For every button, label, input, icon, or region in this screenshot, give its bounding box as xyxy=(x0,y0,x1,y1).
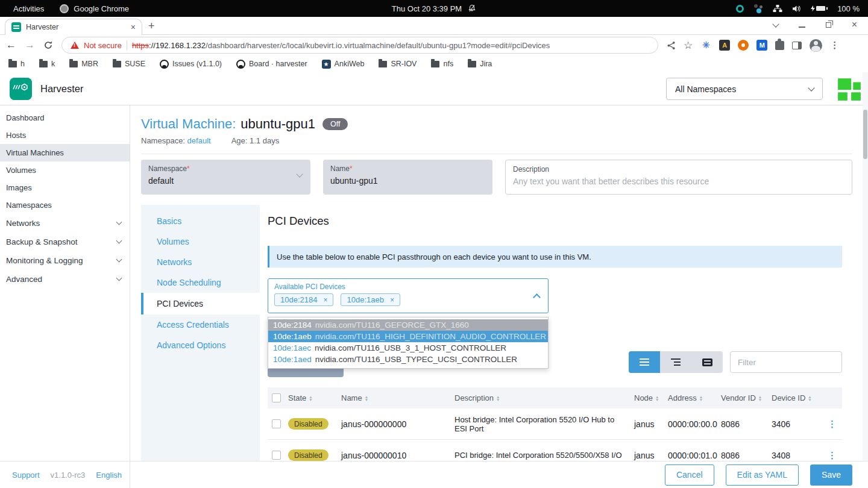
tab-basics[interactable]: Basics xyxy=(141,211,260,231)
language-link[interactable]: English xyxy=(96,471,122,480)
combobox-control[interactable]: Available PCI Devices 10de:2184× 10de:1a… xyxy=(268,278,549,313)
col-name[interactable]: Name▲▼ xyxy=(341,393,368,402)
view-list-button[interactable] xyxy=(629,351,660,373)
bookmark-folder-k[interactable]: k xyxy=(39,60,55,68)
bookmark-board[interactable]: Board · harvester xyxy=(236,60,307,69)
namespace-field[interactable]: Namespace* default xyxy=(141,160,310,195)
tab-advanced-options[interactable]: Advanced Options xyxy=(141,335,260,355)
sidebar-group-monitoring-logging[interactable]: Monitoring & Logging xyxy=(0,251,130,270)
sidebar-group-networks[interactable]: Networks xyxy=(0,214,130,233)
tray-color-icon[interactable] xyxy=(753,4,763,13)
harvester-logo[interactable] xyxy=(10,78,32,100)
row-actions-icon[interactable]: ⋮ xyxy=(828,450,837,461)
back-icon[interactable]: ← xyxy=(6,39,16,51)
url-text[interactable]: https://192.168.1.232/dashboard/harveste… xyxy=(132,41,550,50)
profile-avatar[interactable] xyxy=(810,39,822,52)
volume-icon[interactable] xyxy=(792,5,801,13)
row-actions-icon[interactable]: ⋮ xyxy=(828,419,837,430)
tab-volumes[interactable]: Volumes xyxy=(141,231,260,252)
selected-chip[interactable]: 10de:2184× xyxy=(274,293,333,306)
network-icon[interactable] xyxy=(773,4,782,13)
address-bar[interactable]: Not secure https://192.168.1.232/dashboa… xyxy=(61,37,658,54)
bookmark-folder-sriov[interactable]: SR-IOV xyxy=(379,60,417,68)
row-checkbox[interactable] xyxy=(272,451,281,460)
share-icon[interactable] xyxy=(667,41,676,50)
pci-option[interactable]: 10de:2184nvidia.com/TU116_GEFORCE_GTX_16… xyxy=(268,319,548,331)
description-field[interactable]: Description Any text you want that bette… xyxy=(505,160,852,195)
sidebar-item-images[interactable]: Images xyxy=(0,179,130,196)
extensions-puzzle-icon[interactable] xyxy=(775,41,784,50)
scrollbar-thumb[interactable] xyxy=(863,110,867,159)
extension-anki-icon[interactable]: A xyxy=(719,40,730,51)
tab-search-icon[interactable] xyxy=(772,20,779,27)
scrollbar-track[interactable] xyxy=(863,72,868,488)
cancel-button[interactable]: Cancel xyxy=(665,465,714,486)
col-state[interactable]: State▲▼ xyxy=(288,393,313,402)
extension-orange-icon[interactable] xyxy=(738,40,749,51)
name-field[interactable]: Name* ubuntu-gpu1 xyxy=(323,160,492,195)
pci-option[interactable]: 10de:1aebnvidia.com/TU116_HIGH_DEFINITIO… xyxy=(268,331,548,342)
select-all-checkbox[interactable] xyxy=(272,393,281,402)
sidebar-item-namespaces[interactable]: Namespaces xyxy=(0,196,130,214)
window-minimize-icon[interactable] xyxy=(799,27,805,28)
rancher-green-logo[interactable] xyxy=(837,77,862,102)
bookmark-folder-mbr[interactable]: MBR xyxy=(69,60,98,68)
extension-asterisk-icon[interactable]: ✳ xyxy=(700,40,711,51)
sidebar-item-volumes[interactable]: Volumes xyxy=(0,161,130,179)
sidebar-item-dashboard[interactable]: Dashboard xyxy=(0,109,130,127)
brand-name[interactable]: Harvester xyxy=(40,83,84,95)
namespace-filter-select[interactable]: All Namespaces xyxy=(666,78,823,100)
filter-input[interactable] xyxy=(730,351,842,373)
bookmark-star-icon[interactable]: ☆ xyxy=(684,39,693,52)
namespace-link[interactable]: default xyxy=(187,136,211,145)
battery-icon[interactable] xyxy=(811,5,828,11)
bookmark-ankiweb[interactable]: ★AnkiWeb xyxy=(322,60,365,69)
pci-device-combobox: Available PCI Devices 10de:2184× 10de:1a… xyxy=(268,278,549,313)
not-secure-label[interactable]: Not secure xyxy=(84,41,122,50)
bookmark-folder-suse[interactable]: SUSE xyxy=(113,60,145,68)
selected-chip[interactable]: 10de:1aeb× xyxy=(341,293,400,306)
tab-node-scheduling[interactable]: Node Scheduling xyxy=(141,272,260,293)
window-restore-icon[interactable] xyxy=(826,22,831,28)
extension-m-icon[interactable]: M xyxy=(756,40,767,51)
tab-pci-devices[interactable]: PCI Devices xyxy=(141,293,260,314)
pci-option[interactable]: 10de:1aecnvidia.com/TU116_USB_3_1_HOST_C… xyxy=(268,342,548,354)
bookmark-folder-nfs[interactable]: nfs xyxy=(431,60,453,68)
support-link[interactable]: Support xyxy=(12,471,40,480)
col-address[interactable]: Address▲▼ xyxy=(668,393,703,402)
col-node[interactable]: Node▲▼ xyxy=(634,393,659,402)
tab-networks[interactable]: Networks xyxy=(141,252,260,272)
window-close-icon[interactable]: × xyxy=(852,20,857,30)
sidebar-group-advanced[interactable]: Advanced xyxy=(0,270,130,289)
chip-remove-icon[interactable]: × xyxy=(390,296,394,304)
chip-remove-icon[interactable]: × xyxy=(323,296,327,304)
pci-option[interactable]: 10de:1aednvidia.com/TU116_USB_TYPEC_UCSI… xyxy=(268,354,548,365)
bookmark-folder-jira[interactable]: Jira xyxy=(468,60,492,68)
col-vendor-id[interactable]: Vendor ID▲▼ xyxy=(721,393,762,402)
bookmark-issues[interactable]: Issues (v1.1.0) xyxy=(160,60,222,69)
tab-access-credentials[interactable]: Access Credentials xyxy=(141,314,260,335)
clock[interactable]: Thu Oct 20 3:39 PM xyxy=(392,4,462,13)
sidebar-item-virtual-machines[interactable]: Virtual Machines xyxy=(0,144,130,161)
col-description[interactable]: Description▲▼ xyxy=(454,393,500,402)
pci-info-banner: Use the table below to enable PCI passth… xyxy=(268,246,842,267)
sidebar-group-backup-snapshot[interactable]: Backup & Snapshot xyxy=(0,233,130,251)
browser-menu-icon[interactable]: ⋮ xyxy=(830,40,839,51)
col-device-id[interactable]: Device ID▲▼ xyxy=(772,393,812,402)
tray-app-icon[interactable] xyxy=(736,5,744,13)
bookmark-folder-h[interactable]: h xyxy=(8,60,25,68)
save-button[interactable]: Save xyxy=(810,465,852,486)
card-view-icon xyxy=(702,358,712,366)
browser-tab-harvester[interactable]: Harvester × xyxy=(5,19,142,35)
tab-close-icon[interactable]: × xyxy=(131,22,136,32)
new-tab-button[interactable]: + xyxy=(148,20,155,33)
sidebar-item-hosts[interactable]: Hosts xyxy=(0,127,130,144)
activities-button[interactable]: Activities xyxy=(13,4,44,13)
side-panel-icon[interactable] xyxy=(792,42,802,49)
reload-icon[interactable] xyxy=(43,40,53,50)
view-grouped-button[interactable] xyxy=(660,351,691,373)
forward-icon[interactable]: → xyxy=(25,39,35,51)
view-card-button[interactable] xyxy=(691,351,723,373)
edit-as-yaml-button[interactable]: Edit as YAML xyxy=(726,465,799,486)
row-checkbox[interactable] xyxy=(272,419,281,428)
